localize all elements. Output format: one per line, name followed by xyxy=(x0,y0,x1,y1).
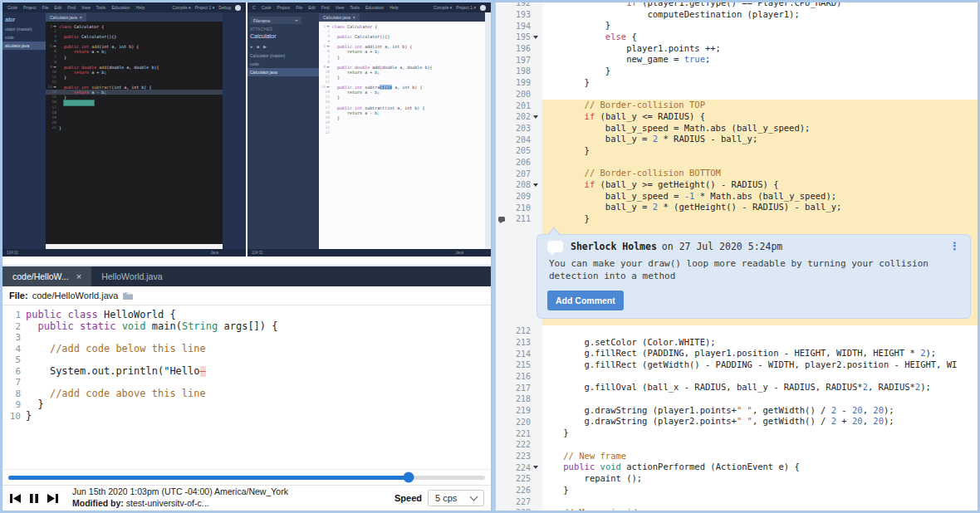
line-gutter: 212 xyxy=(496,325,542,337)
tab-code-helloworld[interactable]: code/HelloW... × xyxy=(2,266,91,286)
line-number[interactable]: 200 xyxy=(507,90,533,99)
folder-icon[interactable] xyxy=(122,291,134,300)
playback-buttons xyxy=(9,493,59,504)
line-number[interactable]: 226 xyxy=(507,486,533,495)
comment-bubble-icon[interactable] xyxy=(498,217,505,222)
line-number[interactable]: 209 xyxy=(507,192,533,201)
helloworld-code-viewer: 1public class HelloWorld {2 public stati… xyxy=(2,305,491,469)
line-number[interactable]: 219 xyxy=(507,406,533,415)
replay-screenshot-light-ide: CCodeProjectFileEditFindViewToolsEducati… xyxy=(247,2,491,256)
add-comment-button[interactable]: Add Comment xyxy=(547,291,624,310)
line-number[interactable]: 201 xyxy=(507,101,533,110)
line-gutter: 205 xyxy=(496,145,542,157)
line-number[interactable]: 210 xyxy=(507,203,533,213)
line-number: 9 xyxy=(2,399,26,411)
line-number[interactable]: 216 xyxy=(507,372,533,381)
speed-select[interactable]: 5 cps xyxy=(428,490,484,506)
line-number[interactable]: 195 xyxy=(507,32,533,42)
speed-control: Speed 5 cps xyxy=(394,490,484,506)
timeline-progress xyxy=(8,476,409,480)
skip-to-start-button[interactable] xyxy=(9,493,22,504)
line-number[interactable]: 208 xyxy=(507,180,533,189)
mini-menu-item: Tools xyxy=(350,5,360,10)
code-hint-box xyxy=(64,100,94,105)
line-number[interactable]: 212 xyxy=(507,326,533,335)
code-text: public static void main(String args[]) { xyxy=(26,321,491,333)
code-text: ball_y_speed = Math.abs (ball_y_speed); xyxy=(542,123,978,134)
file-label: File: xyxy=(9,291,28,300)
line-number[interactable]: 196 xyxy=(507,44,533,53)
fold-arrow-icon[interactable] xyxy=(533,466,542,469)
line-gutter: 220 xyxy=(496,416,542,428)
timeline-slider[interactable] xyxy=(8,476,485,480)
line-number: 5 xyxy=(2,354,26,366)
comment-timestamp: on 27 Jul 2020 5:24pm xyxy=(662,241,782,252)
line-number[interactable]: 207 xyxy=(507,169,533,178)
code-line: 215 g.fillRect (getWidth() - PADDING - W… xyxy=(496,359,978,371)
line-number[interactable]: 206 xyxy=(507,158,533,167)
line-number[interactable]: 211 xyxy=(507,214,533,223)
line-number[interactable]: 198 xyxy=(507,66,533,76)
line-number[interactable]: 204 xyxy=(507,135,533,144)
fold-arrow-icon xyxy=(326,86,330,88)
fold-arrow-icon[interactable] xyxy=(533,183,542,187)
pause-button[interactable] xyxy=(29,493,39,504)
code-line: 195 else { xyxy=(496,32,978,43)
line-number[interactable]: 225 xyxy=(507,474,533,483)
code-text: } xyxy=(542,77,978,89)
line-number[interactable]: 193 xyxy=(507,10,533,19)
line-number[interactable]: 203 xyxy=(507,124,533,133)
code-text xyxy=(542,439,978,451)
line-number[interactable]: 223 xyxy=(507,452,533,461)
code-line: 227 xyxy=(496,496,978,507)
code-line: 218 xyxy=(496,393,978,405)
code-text: else { xyxy=(542,32,978,43)
code-text: if (ball_y >= getHeight() - RADIUS) { xyxy=(542,179,978,191)
close-icon[interactable]: × xyxy=(76,272,81,281)
line-number[interactable]: 222 xyxy=(507,440,533,449)
file-tabbar: code/HelloW... × HelloWorld.java xyxy=(2,266,491,286)
line-number[interactable]: 228 xyxy=(507,508,533,511)
code-text: System.out.println("Hello– xyxy=(26,366,491,378)
line-number[interactable]: 194 xyxy=(507,22,533,31)
line-number[interactable]: 202 xyxy=(507,112,533,121)
line-number[interactable]: 199 xyxy=(507,78,533,87)
mini-menu-right: Compile ▾Project 1 ▾Debug xyxy=(172,5,241,11)
slider-handle[interactable] xyxy=(404,472,414,483)
line-number[interactable]: 192 xyxy=(507,2,533,7)
skip-to-end-button[interactable] xyxy=(47,493,59,504)
mini-menu-item: Find xyxy=(321,5,330,10)
mini-editor-tabbar: Calculator.java × xyxy=(46,12,223,22)
code-line: 4 //add code below this line xyxy=(2,344,491,355)
line-number[interactable]: 217 xyxy=(507,384,533,393)
code-text: // New frame xyxy=(542,451,978,462)
code-line: 207 // Border-collision BOTTOM xyxy=(496,168,978,179)
line-gutter: 198 xyxy=(496,66,542,77)
line-number[interactable]: 214 xyxy=(507,349,533,359)
timeline-row xyxy=(2,469,491,485)
line-number[interactable]: 197 xyxy=(507,56,533,65)
line-number[interactable]: 205 xyxy=(507,146,533,155)
line-number[interactable]: 213 xyxy=(507,338,533,347)
mini-menu-item: Project xyxy=(23,5,37,10)
mini-code-editor: 1class Calculator {23 public Calculator(… xyxy=(319,22,485,249)
line-number[interactable]: 215 xyxy=(507,360,533,369)
mini-sidebar-title: ator xyxy=(2,15,46,25)
line-number[interactable]: 220 xyxy=(507,418,533,427)
line-number: 4 xyxy=(2,344,26,355)
code-text: ball_y_speed = -1 * Math.abs (ball_y_spe… xyxy=(542,191,978,203)
line-number[interactable]: 221 xyxy=(507,429,533,438)
code-text xyxy=(542,325,978,337)
tab-helloworld-java[interactable]: HelloWorld.java xyxy=(91,266,172,286)
line-gutter: 206 xyxy=(496,157,542,169)
fold-arrow-icon[interactable] xyxy=(533,115,542,119)
playback-controls-row: Jun 15th 2020 1:03pm (UTC -04:00) Americ… xyxy=(2,485,491,511)
line-number[interactable]: 224 xyxy=(507,463,533,472)
code-line: 10} xyxy=(2,411,491,423)
line-number[interactable]: 227 xyxy=(507,497,533,506)
line-number[interactable]: 218 xyxy=(507,394,533,403)
comment-menu-icon[interactable]: ⋮ xyxy=(949,241,960,252)
fold-arrow-icon[interactable] xyxy=(533,36,542,39)
code-text: g.setColor (Color.WHITE); xyxy=(542,337,978,349)
code-line: 209 ball_y_speed = -1 * Math.abs (ball_y… xyxy=(496,191,978,203)
